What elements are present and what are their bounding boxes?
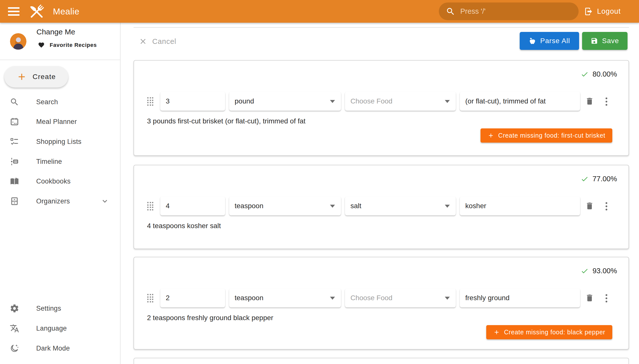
unit-select[interactable]: teaspoon [229,288,341,308]
unit-select[interactable]: pound [229,92,341,111]
confidence-indicator: 80.00% [581,70,617,78]
search-input[interactable] [460,7,572,16]
parse-all-label: Parse All [540,37,570,45]
ingredient-card: 77.00% teaspoon salt 4 teaspoons kosher … [134,165,629,249]
ingredient-card: 93.00% teaspoon Choose Food 2 teaspoons … [134,257,629,350]
food-placeholder: Choose Food [350,97,392,105]
check-icon [581,175,589,183]
food-placeholder: Choose Food [350,294,392,302]
sidebar-item-organizers[interactable]: Organizers [0,191,120,211]
moon-icon [10,343,20,353]
magnifier-icon [10,97,20,107]
drag-handle-icon[interactable] [147,97,153,106]
food-select[interactable]: salt [345,196,456,216]
chevron-down-icon[interactable] [100,197,109,206]
ingredient-summary: 3 pounds first-cut brisket (or flat-cut)… [147,117,306,126]
sidebar-item-label: Timeline [36,158,62,166]
check-icon [581,267,589,275]
drag-handle-icon[interactable] [147,202,153,210]
ingredient-fields-row: teaspoon Choose Food [134,288,628,308]
ingredient-fields-row: teaspoon salt [134,196,628,216]
more-options-button[interactable] [604,96,609,106]
mealie-logo-icon [27,2,46,22]
create-missing-food-button[interactable]: Create missing food: first-cut brisket [481,128,612,142]
unit-value: pound [235,97,254,105]
note-input[interactable] [460,288,580,308]
create-missing-food-button[interactable]: Create missing food: black pepper [486,325,612,339]
sidebar-divider [0,60,120,60]
gear-icon [10,304,20,314]
save-button[interactable]: Save [582,32,627,50]
delete-button[interactable] [585,96,594,106]
avatar[interactable] [10,33,27,50]
drag-handle-icon[interactable] [147,294,153,302]
note-input[interactable] [460,92,580,111]
sidebar-item-label: Cookbooks [36,178,71,185]
more-options-button[interactable] [604,293,609,303]
quantity-input[interactable] [160,92,225,111]
cancel-button[interactable]: Cancel [139,34,176,48]
sidebar-item-dark-mode[interactable]: Dark Mode [0,338,120,358]
app-header: Mealie Logout [0,0,639,23]
apple-icon [529,37,536,45]
sidebar-item-label: Dark Mode [36,344,70,352]
create-button[interactable]: Create [4,66,68,88]
trash-icon [585,202,594,210]
sidebar-item-settings[interactable]: Settings [0,298,120,318]
unit-select[interactable]: teaspoon [229,196,341,216]
sidebar-item-label: Organizers [36,198,70,205]
confidence-value: 93.00% [593,267,617,275]
dropdown-arrow-icon [445,205,450,208]
sidebar-item-label: Shopping Lists [36,138,81,146]
checklist-icon [10,136,20,146]
global-search[interactable] [439,2,579,20]
sidebar-item-timeline[interactable]: Timeline [0,152,120,172]
note-field [460,288,580,308]
logout-icon [584,7,593,16]
create-label: Create [33,73,56,81]
quantity-field [160,92,225,111]
favorite-recipes-link[interactable]: Favorite Recipes [38,42,97,48]
save-label: Save [602,37,619,45]
delete-button[interactable] [585,293,594,303]
ingredient-card-partial [134,358,629,364]
cancel-label: Cancel [152,38,176,46]
ingredient-summary: 2 teaspoons freshly ground black pepper [147,314,273,322]
sidebar-item-cookbooks[interactable]: Cookbooks [0,171,120,191]
note-field [460,196,580,216]
hamburger-menu-icon[interactable] [8,6,21,17]
create-missing-food-label: Create missing food: black pepper [504,328,605,336]
confidence-indicator: 77.00% [581,175,617,183]
content-top-divider [134,27,629,28]
logout-button[interactable]: Logout [584,0,621,23]
sidebar-item-meal-planner[interactable]: Meal Planner [0,112,120,132]
sidebar-item-language[interactable]: Language [0,318,120,338]
user-name[interactable]: Change Me [37,27,75,37]
food-select[interactable]: Choose Food [345,288,456,308]
trash-icon [585,97,594,106]
mealie-app: Mealie Logout Change Me Favorite Recipes [0,0,639,364]
note-input[interactable] [460,196,580,216]
plus-icon [493,329,500,336]
ingredient-card: 80.00% pound Choose Food 3 pounds first-… [134,60,629,156]
food-value: salt [350,202,361,210]
quantity-input[interactable] [160,288,225,308]
parse-all-button[interactable]: Parse All [520,32,579,50]
delete-button[interactable] [585,201,594,211]
favorite-recipes-label: Favorite Recipes [50,42,97,48]
sidebar-item-shopping-lists[interactable]: Shopping Lists [0,132,120,152]
ingredient-fields-row: pound Choose Food [134,92,628,111]
food-select[interactable]: Choose Food [345,92,456,111]
unit-value: teaspoon [235,202,263,210]
sidebar-item-label: Meal Planner [36,118,77,126]
calendar-icon [10,117,20,127]
quantity-input[interactable] [160,196,225,216]
sidebar-item-search[interactable]: Search [0,92,120,112]
more-options-button[interactable] [604,201,609,211]
check-icon [581,70,589,78]
logout-label: Logout [597,7,621,16]
plus-icon [488,132,494,139]
translate-icon [10,323,20,333]
sidebar-item-label: Language [36,324,67,332]
ingredient-summary: 4 teaspoons kosher salt [147,222,221,230]
